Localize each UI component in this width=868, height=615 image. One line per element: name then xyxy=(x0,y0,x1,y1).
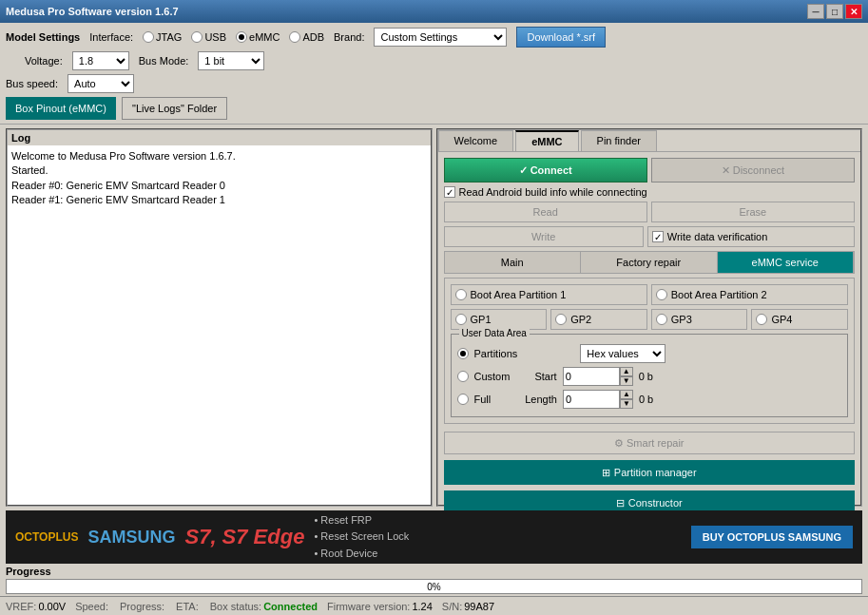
boot-area-2-button[interactable]: Boot Area Partition 2 xyxy=(651,284,848,305)
jtag-radio[interactable] xyxy=(143,31,154,43)
sn-value: 99A87 xyxy=(464,601,494,612)
length-unit: 0 b xyxy=(639,394,653,405)
interface-usb[interactable]: USB xyxy=(191,31,226,43)
status-bar: VREF: 0.00V Speed: Progress: ETA: Box st… xyxy=(0,596,868,615)
gp3-radio[interactable] xyxy=(656,314,667,325)
boot-partition-row: Boot Area Partition 1 Boot Area Partitio… xyxy=(451,284,849,305)
hex-values-select[interactable]: Hex values Decimal xyxy=(580,344,665,363)
progress-title: Progress xyxy=(6,566,862,577)
usb-radio[interactable] xyxy=(191,31,203,43)
start-spin-down[interactable]: ▼ xyxy=(620,376,633,386)
minimize-button[interactable]: ─ xyxy=(807,4,824,19)
brand-select[interactable]: Custom Settings Samsung LG xyxy=(374,28,507,47)
boot-area-2-label: Boot Area Partition 2 xyxy=(671,289,767,300)
custom-row: Custom Start ▲ ▼ 0 b xyxy=(457,367,842,386)
s7-label: S7, S7 Edge xyxy=(184,525,304,549)
emmc-radio[interactable] xyxy=(236,31,247,43)
sn-label: S/N: xyxy=(442,601,462,612)
speed-label: Speed: xyxy=(75,601,108,612)
octoplus-label: OCTOPLUS xyxy=(15,530,78,544)
start-spin-up[interactable]: ▲ xyxy=(620,367,633,376)
samsung-label: SAMSUNG xyxy=(87,528,175,548)
boot-area-1-label: Boot Area Partition 1 xyxy=(471,289,567,300)
livelog-button[interactable]: "Live Logs" Folder xyxy=(122,97,227,120)
full-radio[interactable] xyxy=(457,394,469,405)
speed-status: Speed: xyxy=(75,601,110,612)
gp-row: GP1 GP2 GP3 GP4 xyxy=(451,309,849,330)
write-verify-checkbox[interactable]: ✓ xyxy=(652,231,664,242)
bus-mode-select[interactable]: 1 bit 4 bit 8 bit xyxy=(198,51,264,70)
download-button[interactable]: Download *.srf xyxy=(516,27,606,48)
inner-tab-factory[interactable]: Factory repair xyxy=(581,252,718,273)
bus-speed-label: Bus speed: xyxy=(6,78,58,89)
model-settings-label: Model Settings xyxy=(6,31,80,43)
interface-jtag[interactable]: JTAG xyxy=(143,31,182,43)
inner-tab-bar: Main Factory repair eMMC service xyxy=(444,251,856,274)
tab-pin-finder[interactable]: Pin finder xyxy=(581,130,657,151)
maximize-button[interactable]: □ xyxy=(826,4,843,19)
gp1-button[interactable]: GP1 xyxy=(451,309,548,330)
partitions-label: Partitions xyxy=(474,348,518,359)
smart-repair-label: Smart repair xyxy=(627,437,685,449)
boot-area-1-button[interactable]: Boot Area Partition 1 xyxy=(451,284,647,305)
box-status-label: Box status: xyxy=(210,601,261,612)
tab-welcome[interactable]: Welcome xyxy=(438,130,514,151)
custom-label: Custom xyxy=(474,371,511,382)
inner-tab-main[interactable]: Main xyxy=(445,252,582,273)
firmware-label: Firmware version: xyxy=(327,601,410,612)
jtag-label: JTAG xyxy=(156,31,182,43)
banner-logo-group: OCTOPLUS xyxy=(15,530,78,544)
brand-label: Brand: xyxy=(334,31,364,43)
log-line-3: Reader #0: Generic EMV Smartcard Reader … xyxy=(11,179,427,193)
write-row: Write ✓ Write data verification xyxy=(444,226,856,247)
title-bar: Medusa Pro Software version 1.6.7 ─ □ ✕ xyxy=(0,0,868,23)
tab-emmc[interactable]: eMMC xyxy=(515,130,578,151)
write-verification-row: ✓ Write data verification xyxy=(647,226,855,247)
feature-3: • Root Device xyxy=(314,546,681,563)
interface-adb[interactable]: ADB xyxy=(289,31,324,43)
right-content: ✓ Connect ✕ Disconnect ✓ Read Android bu… xyxy=(438,152,861,551)
gp2-radio[interactable] xyxy=(555,314,567,325)
user-data-area: User Data Area Partitions Hex values Dec… xyxy=(451,334,849,417)
eta-status: ETA: xyxy=(176,601,201,612)
adb-radio[interactable] xyxy=(289,31,300,43)
length-spin-up[interactable]: ▲ xyxy=(620,390,633,399)
user-data-legend: User Data Area xyxy=(459,328,530,338)
firmware-status: Firmware version: 1.24 xyxy=(327,601,433,612)
log-panel: Log Welcome to Medusa Pro Software versi… xyxy=(6,128,433,507)
partitions-radio[interactable] xyxy=(457,348,469,359)
boot2-radio[interactable] xyxy=(656,289,667,300)
voltage-select[interactable]: 1.8 3.3 xyxy=(72,51,129,70)
connect-button[interactable]: ✓ Connect xyxy=(444,158,647,183)
length-spin-down[interactable]: ▼ xyxy=(620,399,633,409)
custom-radio[interactable] xyxy=(457,371,469,382)
start-input[interactable] xyxy=(563,367,620,386)
length-input[interactable] xyxy=(563,390,620,409)
erase-button[interactable]: Erase xyxy=(651,202,855,222)
boot1-radio[interactable] xyxy=(455,289,467,300)
inner-tab-emmc-service[interactable]: eMMC service xyxy=(718,252,855,273)
read-android-checkbox[interactable]: ✓ xyxy=(444,186,455,198)
pinout-button[interactable]: Box Pinout (eMMC) xyxy=(6,97,116,120)
write-button[interactable]: Write xyxy=(444,226,644,247)
disconnect-button[interactable]: ✕ Disconnect xyxy=(651,158,855,183)
buy-button[interactable]: BUY OCTOPLUS SAMSUNG xyxy=(691,526,853,548)
bus-speed-select[interactable]: Auto 26MHz 52MHz xyxy=(68,74,134,93)
interface-emmc[interactable]: eMMC xyxy=(236,31,280,43)
read-button[interactable]: Read xyxy=(444,202,647,222)
gp3-button[interactable]: GP3 xyxy=(651,309,748,330)
feature-2: • Reset Screen Lock xyxy=(314,529,681,546)
close-button[interactable]: ✕ xyxy=(845,4,862,19)
smart-repair-button[interactable]: ⚙ Smart repair xyxy=(444,432,856,454)
constructor-label: Constructor xyxy=(628,497,683,509)
constructor-icon: ⊟ xyxy=(616,497,625,509)
vref-status: VREF: 0.00V xyxy=(6,601,66,612)
interface-label: Interface: xyxy=(89,31,133,43)
vref-label: VREF: xyxy=(6,601,36,612)
progress-label: Progress: xyxy=(120,601,164,612)
partition-manager-button[interactable]: ⊞ Partition manager xyxy=(444,460,856,485)
gp4-button[interactable]: GP4 xyxy=(751,309,848,330)
gp4-radio[interactable] xyxy=(756,314,767,325)
gp1-radio[interactable] xyxy=(455,314,467,325)
gp2-button[interactable]: GP2 xyxy=(550,309,647,330)
